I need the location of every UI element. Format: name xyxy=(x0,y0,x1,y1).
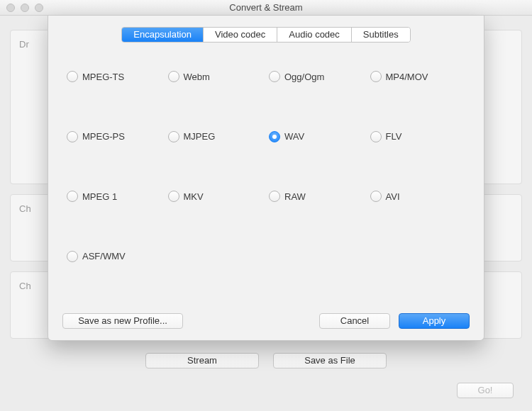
panel3-hint: Ch xyxy=(19,281,31,291)
panel2-hint: Ch xyxy=(19,203,31,214)
destination-buttons-row: Stream Save as File xyxy=(0,353,532,368)
radio-label: MPEG-PS xyxy=(82,131,125,142)
sheet-button-row: Save as new Profile... Cancel Apply xyxy=(62,313,470,329)
cancel-button[interactable]: Cancel xyxy=(319,313,390,329)
tab-video-codec[interactable]: Video codec xyxy=(204,28,277,42)
traffic-lights xyxy=(6,4,43,12)
radio-option-mpeg-ps[interactable]: MPEG-PS xyxy=(67,131,162,142)
radio-option-flv[interactable]: FLV xyxy=(370,131,466,142)
radio-option-mpeg-ts[interactable]: MPEG-TS xyxy=(67,71,162,82)
radio-label: FLV xyxy=(386,131,402,142)
radio-icon xyxy=(269,191,280,202)
radio-icon xyxy=(370,191,382,202)
radio-icon xyxy=(168,191,179,202)
radio-label: Webm xyxy=(184,72,210,82)
go-button[interactable]: Go! xyxy=(457,383,514,398)
radio-label: Ogg/Ogm xyxy=(284,72,324,82)
radio-option-mjpeg[interactable]: MJPEG xyxy=(168,131,264,142)
radio-label: ASF/WMV xyxy=(82,251,126,261)
radio-icon xyxy=(269,71,280,82)
zoom-icon[interactable] xyxy=(35,4,43,12)
radio-option-raw[interactable]: RAW xyxy=(269,191,365,202)
radio-icon xyxy=(67,251,78,262)
radio-option-ogg-ogm[interactable]: Ogg/Ogm xyxy=(269,71,365,82)
tab-label: Audio codec xyxy=(289,29,340,40)
radio-icon xyxy=(168,131,179,142)
close-icon[interactable] xyxy=(6,4,15,12)
radio-icon xyxy=(370,71,382,82)
radio-label: WAV xyxy=(284,131,304,142)
radio-label: AVI xyxy=(386,191,400,202)
radio-label: MJPEG xyxy=(184,131,216,142)
radio-label: MP4/MOV xyxy=(386,72,428,82)
tab-subtitles[interactable]: Subtitles xyxy=(352,28,410,42)
radio-label: RAW xyxy=(284,191,306,202)
radio-label: MPEG 1 xyxy=(82,191,117,202)
radio-icon xyxy=(168,71,179,82)
radio-label: MPEG-TS xyxy=(82,72,124,82)
radio-icon xyxy=(370,131,382,142)
tabs-segmented-control: EncapsulationVideo codecAudio codecSubti… xyxy=(121,27,410,43)
window-title: Convert & Stream xyxy=(0,2,532,13)
tab-audio-codec[interactable]: Audio codec xyxy=(277,28,352,42)
radio-option-webm[interactable]: Webm xyxy=(168,71,264,82)
tab-label: Encapsulation xyxy=(133,29,192,40)
parent-window: Convert & Stream Dr Ch Ch Stream Save as… xyxy=(0,0,532,411)
save-as-new-profile-button[interactable]: Save as new Profile... xyxy=(62,313,183,329)
save-as-file-button[interactable]: Save as File xyxy=(273,353,387,368)
panel1-hint: Dr xyxy=(19,39,29,50)
radio-icon xyxy=(67,131,78,142)
radio-label: MKV xyxy=(184,191,204,202)
stream-button[interactable]: Stream xyxy=(145,353,259,368)
radio-option-wav[interactable]: WAV xyxy=(269,131,365,142)
radio-icon xyxy=(269,131,280,142)
radio-icon xyxy=(67,71,78,82)
radio-option-avi[interactable]: AVI xyxy=(370,191,466,202)
radio-option-mp4-mov[interactable]: MP4/MOV xyxy=(370,71,466,82)
radio-option-mpeg-1[interactable]: MPEG 1 xyxy=(67,191,162,202)
radio-dot-icon xyxy=(272,135,277,139)
minimize-icon[interactable] xyxy=(21,4,29,12)
apply-button[interactable]: Apply xyxy=(399,313,470,329)
radio-icon xyxy=(67,191,78,202)
tab-label: Video codec xyxy=(215,29,265,40)
profile-edit-sheet: EncapsulationVideo codecAudio codecSubti… xyxy=(48,16,484,341)
tab-label: Subtitles xyxy=(363,29,399,40)
titlebar: Convert & Stream xyxy=(0,0,532,16)
encapsulation-options-grid: MPEG-TSWebmOgg/OgmMP4/MOVMPEG-PSMJPEGWAV… xyxy=(62,43,470,310)
radio-option-asf-wmv[interactable]: ASF/WMV xyxy=(67,251,162,262)
tab-encapsulation[interactable]: Encapsulation xyxy=(122,28,204,42)
radio-option-mkv[interactable]: MKV xyxy=(168,191,264,202)
